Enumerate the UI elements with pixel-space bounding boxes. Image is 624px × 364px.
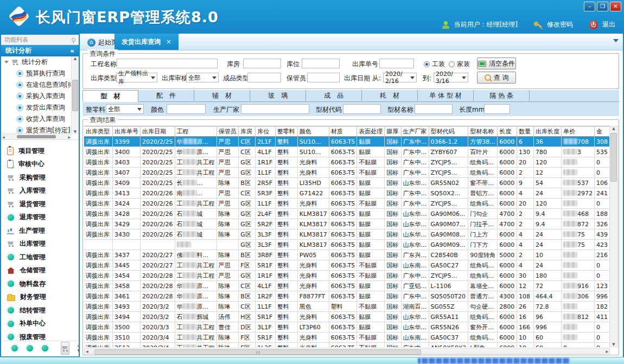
outbound-audit-combo[interactable]: 全部 (186, 73, 219, 82)
tab-close-icon[interactable]: × (166, 38, 171, 46)
tree-horizontal-scrollbar[interactable]: ◀▶ (1, 133, 72, 139)
table-row[interactable]: 调拨出库34582020/2/28华原...陈琳C区4L1F整料光身料6063-… (84, 281, 610, 291)
tree-item[interactable]: 退货查询[待定] (1, 125, 72, 134)
sidebar-menu-item[interactable]: 结转管理 (1, 304, 79, 317)
scroll-right-icon[interactable]: ▶ (68, 135, 71, 139)
circle-icon[interactable] (11, 345, 18, 352)
scrollbar-thumb[interactable] (610, 133, 617, 182)
material-tab[interactable]: 型 材 (82, 90, 138, 102)
material-tab[interactable]: 辅 材 (194, 90, 250, 102)
scroll-left-icon[interactable]: ◀ (2, 135, 5, 139)
table-horizontal-scrollbar[interactable]: ◀▶ (84, 348, 610, 354)
date-to-picker[interactable]: 2020/ 3/16 (434, 73, 468, 82)
material-tab[interactable]: 单 体 型 材 (418, 90, 474, 102)
table-row[interactable]: 调拨出库34092020/2/25长...陈琳B区2R5F整料LI35HD606… (84, 178, 610, 188)
sidebar-menu-item[interactable]: 物料盘存 (1, 277, 79, 291)
length-input[interactable] (484, 104, 510, 114)
tree-vertical-scrollbar[interactable]: ▲▼ (71, 56, 79, 134)
project-name-input[interactable] (117, 59, 218, 68)
scrollbar-thumb[interactable] (72, 80, 78, 111)
table-row[interactable]: 调拨出库35002020/3/3工共工程曹佳D区3L1F整料LT3P606063… (84, 322, 610, 333)
sidebar-menu-item[interactable]: 退货管理 (1, 197, 79, 211)
column-header[interactable]: 出库日期 (141, 126, 175, 137)
material-tab[interactable]: 隔 热 条 (474, 90, 530, 102)
color-input[interactable] (167, 104, 206, 114)
date-from-picker[interactable]: 2020/ 2/16 (383, 73, 417, 82)
scroll-right-icon[interactable]: ▶ (606, 349, 608, 353)
column-header[interactable]: 型材名称 (468, 126, 498, 137)
table-row[interactable]: 调拨出库34942020/3/2石辉城汤伟H区5R1F整料光身料6063-T5贴… (84, 312, 610, 322)
table-row[interactable]: 调拨出库34002020/2/25华原...严思C区4L1F整料SU10...6… (84, 147, 610, 157)
column-header[interactable]: 数量 (517, 126, 534, 137)
table-row[interactable]: 调拨出库34542020/2/28工共工程严思G区1R1F整料光身料6063-T… (84, 271, 610, 281)
table-row[interactable]: 调拨出库33992020/2/25华原...严思C区2L1F整料SU10...6… (84, 137, 610, 147)
tree-item[interactable]: 在途信息查询[待 (1, 79, 72, 91)
outbound-type-combo[interactable]: 生产领料出库 (116, 73, 157, 82)
table-row[interactable]: 调拨出库34032020/2/25工共工程严思G区1R1F整料光身料6063-T… (84, 157, 610, 168)
column-header[interactable]: 出库单号 (113, 126, 141, 137)
tab-list-dropdown-icon[interactable] (613, 39, 619, 42)
column-header[interactable]: 库位 (256, 126, 276, 137)
table-row[interactable]: 调拨出库34292020/2/26石城陈琳G区5R2F整料KLM38176063… (84, 219, 610, 229)
search-button[interactable]: 查 询 (477, 72, 516, 84)
maximize-button[interactable]: ❐ (597, 2, 608, 11)
column-header[interactable]: 颜色 (297, 126, 329, 137)
sidebar-menu-item[interactable]: 财务管理 (1, 291, 79, 304)
profile-name-input[interactable] (415, 104, 453, 114)
column-header[interactable]: 工程 (175, 126, 217, 137)
table-row[interactable]: 调拨出库34932020/3/2华原...陈琳C区1L1F整料黑色塑料不贴膜国标… (84, 302, 610, 312)
column-header[interactable]: 出库类型 (84, 126, 113, 137)
table-row[interactable]: 调拨出库34072020/2/25工共工程严思G区1L1F整料光身料6063-T… (84, 168, 610, 178)
minimize-button[interactable]: – (584, 2, 595, 11)
table-vertical-scrollbar[interactable]: ▲▼ (609, 126, 618, 347)
sidebar-menu-item[interactable]: 补单中心 (1, 317, 79, 331)
sidebar-menu-item[interactable]: 退库管理 (1, 211, 79, 225)
tree-item[interactable]: 预算执行查询 (1, 68, 72, 79)
profile-code-input[interactable] (343, 104, 381, 114)
radio-gongzhuang[interactable]: 工装 (424, 60, 445, 69)
column-header[interactable]: 单价 (561, 126, 594, 137)
table-row[interactable]: 调拨出库34302020/2/26石城陈琳G区3L3F整料KLM38176063… (84, 229, 610, 240)
material-tab[interactable]: 配 件 (138, 90, 194, 102)
material-tab[interactable]: 成 品 (306, 90, 362, 102)
sidebar-menu-item[interactable]: 工地管理 (1, 251, 79, 264)
order-no-input[interactable] (379, 59, 414, 68)
table-row[interactable]: 调拨出库34612020/2/28华原...陈琳B区1R2F整料F8877FT6… (84, 291, 610, 302)
change-password-link[interactable]: 修改密码 (547, 20, 573, 29)
column-header[interactable]: 保管员 (217, 126, 239, 137)
keeper-input[interactable] (307, 73, 340, 82)
scroll-left-icon[interactable]: ◀ (86, 349, 88, 353)
radio-jiazhuang[interactable]: 家装 (449, 60, 470, 69)
sidebar-menu-item[interactable]: 生产管理 (1, 224, 79, 238)
warehouse-input[interactable] (243, 59, 281, 68)
more-tools-button[interactable] (61, 342, 69, 355)
column-header[interactable]: 出库长度 (533, 126, 561, 137)
scrollbar-thumb[interactable] (94, 349, 421, 355)
material-tab[interactable]: 玻 璃 (250, 90, 306, 102)
table-row[interactable]: 调拨出库35102020/3/4工共工程陈琳F区5R1F整料光身料6063-T5… (84, 333, 610, 343)
table-row[interactable]: 调拨出库34242020/2/26工共工程严思G区1L1F整料光身料6063-T… (84, 199, 610, 209)
table-row[interactable]: G区3L3F整料KLM38176063-T5贴膜国标山东华...GA90M09.… (84, 240, 610, 250)
column-header[interactable]: 金 (594, 126, 609, 137)
table-row[interactable]: 调拨出库35122020/3/4工共工程陈琳F区1L2F整料光身料6063-T5… (84, 343, 610, 348)
scrollbar-thumb[interactable] (17, 135, 56, 138)
scroll-up-icon[interactable]: ▲ (612, 126, 615, 131)
close-button[interactable]: ✕ (610, 2, 621, 11)
scroll-down-icon[interactable]: ▼ (74, 130, 77, 134)
column-header[interactable]: 库房 (239, 126, 256, 137)
whole-piece-combo[interactable]: 全部 (106, 104, 144, 114)
column-header[interactable]: 长度 (498, 126, 517, 137)
table-row[interactable]: 调拨出库34282020/2/26石城陈琳G区2L4F整料KLM38176063… (84, 209, 610, 219)
table-row[interactable]: 调拨出库34372020/2/27佛料...陈琳B区3R8F整料PW056063… (84, 250, 610, 260)
table-row[interactable]: 调拨出库34132020/2/26南...严思C区5R3F整料G71422606… (84, 188, 610, 199)
pin-icon[interactable] (72, 38, 75, 42)
sidebar-menu-item[interactable]: 出库管理 (1, 238, 79, 251)
table-row[interactable]: 调拨出库34452020/2/27工共工程严思F区5R1F整料光身料6063-T… (84, 260, 610, 271)
column-header[interactable]: 生产厂家 (401, 126, 429, 137)
sidebar-menu-item[interactable]: 项目管理 (1, 144, 79, 158)
expander-icon[interactable] (4, 61, 9, 63)
logout-link[interactable]: 退出 (602, 20, 615, 29)
column-header[interactable]: 膜厚 (385, 126, 401, 137)
tree-item[interactable]: 发货出库查询 (1, 102, 72, 113)
collapse-icon[interactable]: « (70, 47, 74, 55)
